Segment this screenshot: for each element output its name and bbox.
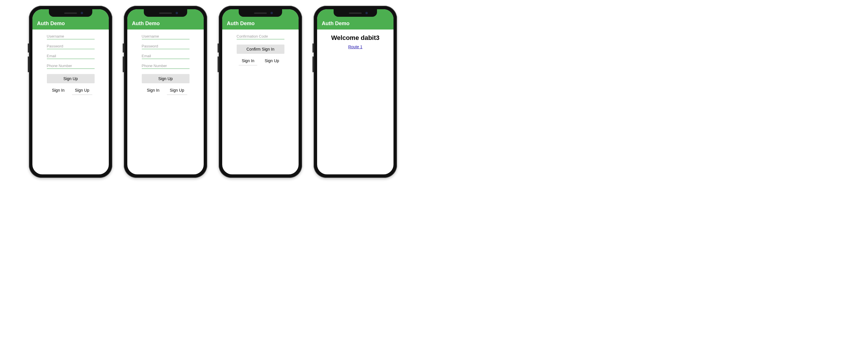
input-underline [237,39,284,39]
input-underline [47,59,95,59]
input-underline [47,68,95,69]
device-notch [49,9,92,17]
signup-button[interactable]: Sign Up [47,74,95,83]
camera-icon [365,12,368,14]
welcome-heading: Welcome dabit3 [331,34,379,42]
speaker-icon [64,12,77,14]
speaker-icon [254,12,267,14]
input-underline [142,49,189,49]
route-link[interactable]: Route 1 [348,44,362,49]
input-underline [47,49,95,49]
speaker-icon [349,12,362,14]
username-placeholder: Username [142,33,189,39]
email-field[interactable]: Email [47,53,95,59]
email-field[interactable]: Email [142,53,189,59]
home-screen: Welcome dabit3 Route 1 [317,30,394,49]
phone-mockup-3: Auth Demo Confirmation Code Confirm Sign… [219,6,302,178]
tab-signup[interactable]: Sign Up [168,87,186,94]
phone-field[interactable]: Phone Number [142,62,189,69]
camera-icon [176,12,178,14]
device-screen: Auth Demo Username Password Email Phone … [127,9,204,175]
password-placeholder: Password [47,43,95,49]
input-underline [142,59,189,59]
signup-form: Username Password Email Phone Number Sig… [127,30,204,94]
app-title: Auth Demo [132,21,160,27]
confirmation-code-placeholder: Confirmation Code [237,33,284,39]
speaker-icon [159,12,172,14]
confirm-signin-button[interactable]: Confirm Sign In [237,44,284,54]
tab-signin[interactable]: Sign In [50,87,66,94]
username-field[interactable]: Username [47,33,95,39]
tab-signin[interactable]: Sign In [145,87,161,94]
camera-icon [271,12,273,14]
password-placeholder: Password [142,43,189,49]
phone-mockup-2: Auth Demo Username Password Email Phone … [124,6,207,178]
confirm-form: Confirmation Code Confirm Sign In Sign I… [222,30,299,65]
signup-form: Username Password Email Phone Number Sig… [32,30,109,94]
app-title: Auth Demo [227,21,255,27]
input-underline [142,68,189,69]
phone-field[interactable]: Phone Number [47,62,95,69]
app-title: Auth Demo [37,21,65,27]
confirmation-code-field[interactable]: Confirmation Code [237,33,284,39]
phone-placeholder: Phone Number [47,62,95,68]
phone-mockup-4: Auth Demo Welcome dabit3 Route 1 [314,6,397,178]
tab-signup[interactable]: Sign Up [73,87,91,94]
username-field[interactable]: Username [142,33,189,39]
input-underline [47,39,95,39]
tab-signin[interactable]: Sign In [240,57,256,65]
app-title: Auth Demo [322,21,349,27]
device-screen: Auth Demo Confirmation Code Confirm Sign… [222,9,299,175]
camera-icon [81,12,83,14]
device-notch [144,9,187,17]
device-screen: Auth Demo Username Password Email Phone … [32,9,109,175]
email-placeholder: Email [47,53,95,59]
device-notch [334,9,377,17]
email-placeholder: Email [142,53,189,59]
auth-tabs: Sign In Sign Up [237,57,284,65]
auth-tabs: Sign In Sign Up [47,87,95,94]
input-underline [142,39,189,39]
phone-placeholder: Phone Number [142,62,189,68]
signup-button[interactable]: Sign Up [142,74,189,83]
auth-tabs: Sign In Sign Up [142,87,189,94]
username-placeholder: Username [47,33,95,39]
password-field[interactable]: Password [142,43,189,49]
device-screen: Auth Demo Welcome dabit3 Route 1 [317,9,394,175]
password-field[interactable]: Password [47,43,95,49]
device-notch [239,9,282,17]
phone-mockup-1: Auth Demo Username Password Email Phone … [29,6,112,178]
tab-signup[interactable]: Sign Up [263,57,281,65]
